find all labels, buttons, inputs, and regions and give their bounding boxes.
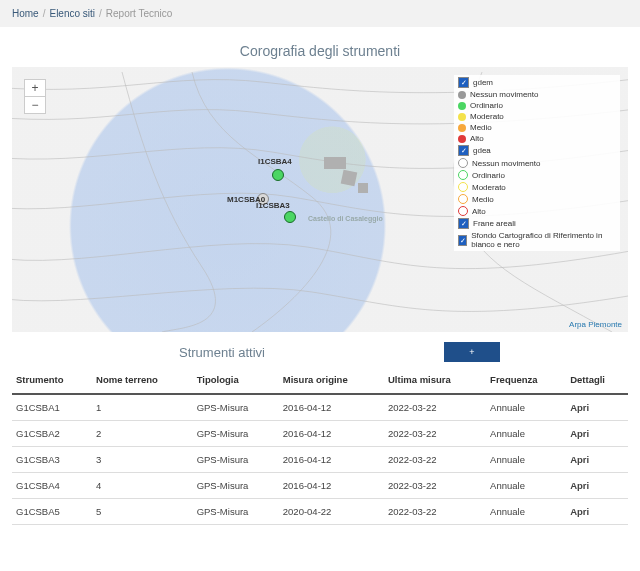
- breadcrumb-home[interactable]: Home: [12, 8, 39, 19]
- building-icon: [324, 157, 346, 169]
- legend-checkbox[interactable]: ✓: [458, 218, 469, 229]
- th-terrain[interactable]: Nome terreno: [92, 368, 193, 394]
- cell-origin: 2020-04-22: [279, 499, 384, 525]
- cell-freq: Annuale: [486, 421, 566, 447]
- building-icon: [358, 183, 368, 193]
- map-marker[interactable]: [272, 169, 284, 181]
- th-origin[interactable]: Misura origine: [279, 368, 384, 394]
- legend-label: gdem: [473, 78, 493, 87]
- open-details-link[interactable]: Apri: [566, 394, 628, 421]
- open-details-link[interactable]: Apri: [566, 499, 628, 525]
- map-marker[interactable]: [284, 211, 296, 223]
- cell-type: GPS-Misura: [193, 473, 279, 499]
- legend-swatch: [458, 170, 468, 180]
- cell-freq: Annuale: [486, 447, 566, 473]
- legend-swatch: [458, 182, 468, 192]
- cell-type: GPS-Misura: [193, 421, 279, 447]
- legend-label: Ordinario: [472, 171, 505, 180]
- cell-type: GPS-Misura: [193, 499, 279, 525]
- legend-swatch: [458, 194, 468, 204]
- legend-swatch: [458, 124, 466, 132]
- legend-label: Ordinario: [470, 101, 503, 110]
- table-row: G1CSBA55GPS-Misura2020-04-222022-03-22An…: [12, 499, 628, 525]
- add-button[interactable]: +: [444, 342, 500, 362]
- cell-freq: Annuale: [486, 499, 566, 525]
- legend-label: Alto: [472, 207, 486, 216]
- legend-label: Frane areali: [473, 219, 516, 228]
- legend-label: Moderato: [470, 112, 504, 121]
- cell-instrument: G1CSBA2: [12, 421, 92, 447]
- cell-origin: 2016-04-12: [279, 447, 384, 473]
- legend-label: Medio: [472, 195, 494, 204]
- cell-instrument: G1CSBA3: [12, 447, 92, 473]
- legend-swatch: [458, 102, 466, 110]
- cell-last: 2022-03-22: [384, 421, 486, 447]
- zoom-out-button[interactable]: −: [25, 97, 45, 113]
- cell-last: 2022-03-22: [384, 499, 486, 525]
- map-marker-label: I1CSBA4: [258, 157, 292, 166]
- breadcrumb-list[interactable]: Elenco siti: [49, 8, 95, 19]
- cell-freq: Annuale: [486, 394, 566, 421]
- cell-last: 2022-03-22: [384, 473, 486, 499]
- table-row: G1CSBA44GPS-Misura2016-04-122022-03-22An…: [12, 473, 628, 499]
- cell-terrain: 1: [92, 394, 193, 421]
- legend-label: Alto: [470, 134, 484, 143]
- legend-swatch: [458, 113, 466, 121]
- legend-swatch: [458, 135, 466, 143]
- th-type[interactable]: Tipologia: [193, 368, 279, 394]
- cell-instrument: G1CSBA5: [12, 499, 92, 525]
- breadcrumb-current: Report Tecnico: [106, 8, 173, 19]
- legend-checkbox[interactable]: ✓: [458, 145, 469, 156]
- building-icon: [341, 170, 358, 187]
- cell-terrain: 5: [92, 499, 193, 525]
- open-details-link[interactable]: Apri: [566, 421, 628, 447]
- legend-checkbox[interactable]: ✓: [458, 235, 467, 246]
- breadcrumb-sep: /: [43, 8, 46, 19]
- cell-origin: 2016-04-12: [279, 473, 384, 499]
- table-section-title: Strumenti attivi: [0, 345, 444, 360]
- table-row: G1CSBA11GPS-Misura2016-04-122022-03-22An…: [12, 394, 628, 421]
- th-details[interactable]: Dettagli: [566, 368, 628, 394]
- map-place-label: Castello di Casaleggio: [308, 215, 383, 222]
- breadcrumb-sep: /: [99, 8, 102, 19]
- cell-last: 2022-03-22: [384, 394, 486, 421]
- breadcrumb: Home / Elenco siti / Report Tecnico: [0, 0, 640, 27]
- legend-label: Moderato: [472, 183, 506, 192]
- legend-checkbox[interactable]: ✓: [458, 77, 469, 88]
- table-row: G1CSBA33GPS-Misura2016-04-122022-03-22An…: [12, 447, 628, 473]
- legend-label: Nessun movimento: [472, 159, 540, 168]
- cell-terrain: 3: [92, 447, 193, 473]
- instrument-map[interactable]: + − I1CSBA4 M1CSBA0 I1CSBA3 Castello di …: [12, 67, 628, 332]
- legend-swatch: [458, 158, 468, 168]
- zoom-controls: + −: [24, 79, 46, 114]
- th-instrument[interactable]: Strumento: [12, 368, 92, 394]
- zoom-in-button[interactable]: +: [25, 80, 45, 97]
- th-freq[interactable]: Frequenza: [486, 368, 566, 394]
- th-last[interactable]: Ultima misura: [384, 368, 486, 394]
- cell-type: GPS-Misura: [193, 447, 279, 473]
- instruments-table: Strumento Nome terreno Tipologia Misura …: [12, 368, 628, 525]
- table-header-row: Strumento Nome terreno Tipologia Misura …: [12, 368, 628, 394]
- map-section-title: Corografia degli strumenti: [0, 43, 640, 59]
- cell-type: GPS-Misura: [193, 394, 279, 421]
- map-marker-label: I1CSBA3: [256, 201, 290, 210]
- cell-terrain: 2: [92, 421, 193, 447]
- cell-origin: 2016-04-12: [279, 394, 384, 421]
- cell-freq: Annuale: [486, 473, 566, 499]
- legend-label: Sfondo Cartografico di Riferimento in bi…: [471, 231, 616, 249]
- cell-instrument: G1CSBA1: [12, 394, 92, 421]
- cell-terrain: 4: [92, 473, 193, 499]
- cell-instrument: G1CSBA4: [12, 473, 92, 499]
- legend-swatch: [458, 206, 468, 216]
- table-row: G1CSBA22GPS-Misura2016-04-122022-03-22An…: [12, 421, 628, 447]
- legend-label: Medio: [470, 123, 492, 132]
- legend-label: gdea: [473, 146, 491, 155]
- map-legend: ✓gdem Nessun movimento Ordinario Moderat…: [454, 75, 620, 251]
- open-details-link[interactable]: Apri: [566, 473, 628, 499]
- cell-last: 2022-03-22: [384, 447, 486, 473]
- legend-swatch: [458, 91, 466, 99]
- open-details-link[interactable]: Apri: [566, 447, 628, 473]
- map-attribution[interactable]: Arpa Piemonte: [569, 320, 622, 329]
- legend-label: Nessun movimento: [470, 90, 538, 99]
- cell-origin: 2016-04-12: [279, 421, 384, 447]
